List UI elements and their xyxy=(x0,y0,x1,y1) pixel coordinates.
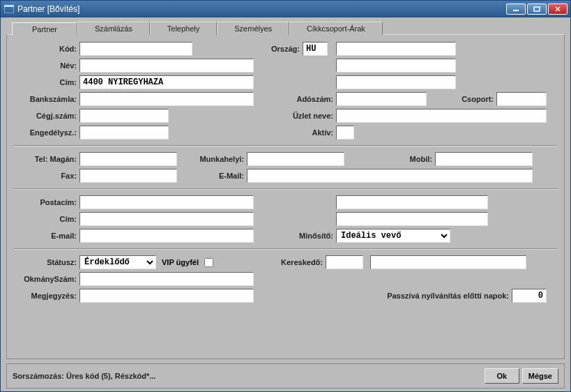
cim-input[interactable] xyxy=(79,75,254,89)
kod-label: Kód: xyxy=(14,45,79,53)
svg-rect-1 xyxy=(4,5,14,7)
titlebar: Partner [Bővítés] xyxy=(1,1,570,17)
adoszam-input[interactable] xyxy=(336,92,427,106)
adoszam-label: Adószám: xyxy=(254,95,336,103)
cim-extra-input[interactable] xyxy=(336,75,456,89)
engedely-input[interactable] xyxy=(79,126,169,140)
kod-input[interactable] xyxy=(79,42,192,56)
mobil-input[interactable] xyxy=(435,152,533,166)
separator xyxy=(14,248,557,250)
engedely-label: Engedélysz.: xyxy=(14,128,79,137)
aktiv-input[interactable] xyxy=(336,126,354,140)
munkahelyi-label: Munkahelyi: xyxy=(177,155,247,163)
minosito-label: Minősítő: xyxy=(254,232,336,240)
telmagan-label: Tel: Magán: xyxy=(14,155,79,163)
vip-label: VIP ügyfél xyxy=(160,258,201,266)
cim2-input[interactable] xyxy=(79,212,254,226)
email-input[interactable] xyxy=(247,169,533,183)
aktiv-label: Aktív: xyxy=(254,128,336,137)
kereskedo-name-input[interactable] xyxy=(370,255,526,269)
footer-status: Sorszámozás: Üres kód (5), Részkód*... xyxy=(13,372,482,380)
maximize-button[interactable] xyxy=(527,3,547,15)
uzletneve-input[interactable] xyxy=(336,109,547,123)
status-select[interactable]: Érdeklődő xyxy=(79,255,156,269)
footer-bar: Sorszámozás: Üres kód (5), Részkód*... O… xyxy=(6,363,565,389)
minimize-button[interactable] xyxy=(506,3,526,15)
megjegyzes-label: Megjegyzés: xyxy=(14,292,79,300)
bankszamla-label: Bankszámla: xyxy=(14,95,79,103)
telmagan-input[interactable] xyxy=(79,152,177,166)
bankszamla-input[interactable] xyxy=(79,92,254,106)
window-content: Partner Számlázás Telephely Személyes Ci… xyxy=(1,17,570,391)
postacim-label: Postacím: xyxy=(14,198,79,206)
megjegyzes-input[interactable] xyxy=(79,289,254,303)
tab-cikkcsoport[interactable]: Cikkcsoport-Árak xyxy=(289,22,383,35)
separator xyxy=(14,188,557,190)
vip-checkbox[interactable] xyxy=(204,258,213,267)
cancel-button[interactable]: Mégse xyxy=(522,368,558,384)
status-label: Státusz: xyxy=(14,258,79,266)
partner-panel: Kód: Ország: Név: Cím: xyxy=(6,34,565,359)
nev-label: Név: xyxy=(14,61,79,70)
orszag-code-input[interactable] xyxy=(303,42,328,56)
mobil-label: Mobil: xyxy=(344,155,435,163)
uzletneve-label: Üzlet neve: xyxy=(254,112,336,120)
window-title: Partner [Bővítés] xyxy=(17,4,506,14)
tab-telephely[interactable]: Telephely xyxy=(150,22,217,35)
postacim-extra-input[interactable] xyxy=(336,195,488,209)
tab-bar: Partner Számlázás Telephely Személyes Ci… xyxy=(6,22,565,35)
nev-extra-input[interactable] xyxy=(336,59,456,73)
kereskedo-code-input[interactable] xyxy=(326,255,363,269)
cegjsz-input[interactable] xyxy=(79,109,169,123)
cim2-label: Cím: xyxy=(14,215,79,223)
window-controls xyxy=(506,3,568,15)
email2-input[interactable] xyxy=(79,229,254,243)
ok-button[interactable]: Ok xyxy=(485,368,519,384)
csoport-label: Csoport: xyxy=(427,95,496,103)
minosito-select[interactable]: Ideális vevő xyxy=(336,229,450,243)
cegjsz-label: Cégj.szám: xyxy=(14,112,79,120)
nev-input[interactable] xyxy=(79,59,254,73)
postacim-input[interactable] xyxy=(79,195,254,209)
okmanysz-input[interactable] xyxy=(79,272,254,286)
okmanysz-label: OkmánySzám: xyxy=(14,275,79,283)
separator xyxy=(14,145,557,146)
fax-input[interactable] xyxy=(79,169,177,183)
kereskedo-label: Kereskedő: xyxy=(215,258,326,266)
orszag-name-input[interactable] xyxy=(336,42,456,56)
close-button[interactable] xyxy=(548,3,568,15)
partner-window: Partner [Bővítés] Partner Számlázás Tele… xyxy=(0,0,571,392)
tab-szamlazas[interactable]: Számlázás xyxy=(77,22,150,35)
email-label: E-Mail: xyxy=(177,172,247,180)
fax-label: Fax: xyxy=(14,172,79,180)
passziva-input[interactable] xyxy=(512,289,547,303)
orszag-label: Ország: xyxy=(254,45,303,53)
tab-partner[interactable]: Partner xyxy=(12,22,77,36)
munkahelyi-input[interactable] xyxy=(247,152,344,166)
app-icon xyxy=(3,3,15,15)
svg-rect-3 xyxy=(534,7,540,11)
tab-szemelyes[interactable]: Személyes xyxy=(217,22,289,35)
cim-label: Cím: xyxy=(14,78,79,86)
passziva-label: Passzívá nyílvánítás előtti napok: xyxy=(254,292,512,300)
email2-label: E-mail: xyxy=(14,232,79,240)
cim2-extra-input[interactable] xyxy=(336,212,488,226)
csoport-input[interactable] xyxy=(496,92,547,106)
